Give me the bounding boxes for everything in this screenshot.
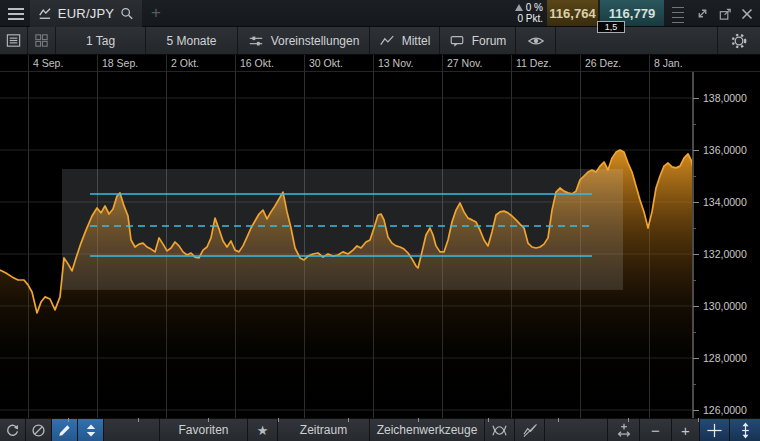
period-label: Zeitraum <box>300 423 347 437</box>
bottom-spacer-1 <box>104 419 160 441</box>
x-axis-notch <box>418 418 419 422</box>
favorites-star-button[interactable]: ★ <box>248 419 278 441</box>
change-points: 0 Pkt. <box>517 13 543 24</box>
x-axis-notch <box>348 418 349 422</box>
y-axis-label: 128,0000 <box>703 352 747 364</box>
tab-eurjpy[interactable]: EUR/JPY <box>30 0 142 27</box>
bottom-toolbar: Favoriten ★ Zeitraum Zeichenwerkzeuge <box>0 418 760 441</box>
x-axis-notch <box>698 418 699 422</box>
indicator-icon <box>379 33 395 49</box>
fit-zoom-button[interactable] <box>608 419 640 441</box>
crosshair-button[interactable] <box>700 419 730 441</box>
legend-button[interactable] <box>0 27 28 54</box>
grid-layout-button[interactable] <box>28 27 56 54</box>
x-axis-notch <box>138 418 139 422</box>
x-axis-notch <box>278 418 279 422</box>
line-chart-icon <box>38 6 52 21</box>
expand-icon <box>696 7 709 20</box>
up-triangle-icon <box>515 4 523 11</box>
x-axis-notch <box>208 418 209 422</box>
drag-handle[interactable] <box>671 3 685 24</box>
x-gridline-tick <box>166 55 167 72</box>
presets-button[interactable]: Voreinstellungen <box>238 27 370 54</box>
x-gridline-tick <box>235 55 236 72</box>
y-major-tick <box>693 358 699 359</box>
interval-label: 1 Tag <box>86 34 115 48</box>
y-major-tick <box>693 306 699 307</box>
fullscreen-button[interactable] <box>694 5 711 22</box>
x-axis-date-label: 2 Okt. <box>171 57 199 69</box>
x-gridline-tick <box>28 55 29 72</box>
x-axis-date-label: 27 Nov. <box>447 57 482 69</box>
range-dropdown[interactable]: 5 Monate <box>146 27 238 54</box>
average-button[interactable]: Mittel <box>370 27 440 54</box>
spread-badge: 1,5 <box>597 21 625 33</box>
interval-dropdown[interactable]: 1 Tag <box>56 27 146 54</box>
popout-button[interactable] <box>716 5 733 22</box>
hide-drawings-button[interactable] <box>515 419 545 441</box>
y-axis-label: 132,0000 <box>703 248 747 260</box>
speech-bubble-icon <box>449 33 465 49</box>
fit-zoom-icon <box>616 422 632 439</box>
change-percent: 0 % <box>526 2 543 13</box>
vertical-arrows-icon <box>738 422 753 439</box>
x-axis-notch <box>488 418 489 422</box>
y-minor-tick <box>693 280 696 281</box>
plus-icon: + <box>681 423 690 438</box>
visibility-button[interactable] <box>516 27 556 54</box>
refresh-icon <box>5 423 20 438</box>
x-gridline-tick <box>580 55 581 72</box>
period-button[interactable]: Zeitraum <box>278 419 370 441</box>
crossed-chart-icon <box>522 423 538 438</box>
x-axis-date-row: 4 Sep.18 Sep.2 Okt.16 Okt.30 Okt.13 Nov.… <box>0 55 760 72</box>
refresh-button[interactable] <box>0 419 26 441</box>
hamburger-icon <box>7 7 25 21</box>
block-icon <box>31 423 46 438</box>
sort-button[interactable] <box>78 419 104 441</box>
average-label: Mittel <box>402 34 431 48</box>
add-tab-button[interactable]: + <box>146 1 166 25</box>
settings-button[interactable] <box>718 27 760 54</box>
star-icon: ★ <box>257 423 269 438</box>
bid-price-button[interactable]: 116,764 <box>547 0 598 26</box>
y-minor-tick <box>693 124 696 125</box>
sliders-icon <box>248 33 264 49</box>
zoom-out-button[interactable]: − <box>640 419 672 441</box>
chart-canvas[interactable] <box>0 72 693 418</box>
y-axis-label: 126,0000 <box>703 404 747 416</box>
x-axis-date-label: 8 Jan. <box>654 57 683 69</box>
vertical-scale-button[interactable] <box>730 419 760 441</box>
disable-button[interactable] <box>26 419 52 441</box>
x-gridline-tick <box>442 55 443 72</box>
y-axis-label: 134,0000 <box>703 196 747 208</box>
forum-button[interactable]: Forum <box>440 27 516 54</box>
y-axis-label: 130,0000 <box>703 300 747 312</box>
y-axis-label: 136,0000 <box>703 144 747 156</box>
x-axis-notch <box>628 418 629 422</box>
x-gridline-tick <box>304 55 305 72</box>
forum-label: Forum <box>472 34 507 48</box>
sort-arrows-icon <box>84 423 98 438</box>
close-button[interactable] <box>738 5 755 22</box>
x-gridline-tick <box>97 55 98 72</box>
zoom-in-button[interactable]: + <box>672 419 700 441</box>
curves-tool-button[interactable] <box>485 419 515 441</box>
list-icon <box>5 32 22 49</box>
toolbar-spacer <box>556 27 718 54</box>
y-major-tick <box>693 410 699 411</box>
title-bar: EUR/JPY + 0 % 0 Pkt. 116,764 116,779 <box>0 0 760 27</box>
favorites-button[interactable]: Favoriten <box>160 419 248 441</box>
y-major-tick <box>693 202 699 203</box>
y-major-tick <box>693 254 699 255</box>
y-major-tick <box>693 98 699 99</box>
y-axis-price-scale[interactable]: 138,0000136,0000134,0000132,0000130,0000… <box>693 72 760 418</box>
x-axis-date-label: 18 Sep. <box>102 57 138 69</box>
search-icon[interactable] <box>120 6 134 21</box>
y-minor-tick <box>693 228 696 229</box>
trading-chart-window: EUR/JPY + 0 % 0 Pkt. 116,764 116,779 <box>0 0 760 441</box>
change-block: 0 % 0 Pkt. <box>470 2 543 25</box>
drawing-tools-button[interactable]: Zeichenwerkzeuge <box>370 419 485 441</box>
draw-button[interactable] <box>52 419 78 441</box>
x-axis-date-label: 4 Sep. <box>33 57 63 69</box>
menu-button[interactable] <box>4 3 28 24</box>
